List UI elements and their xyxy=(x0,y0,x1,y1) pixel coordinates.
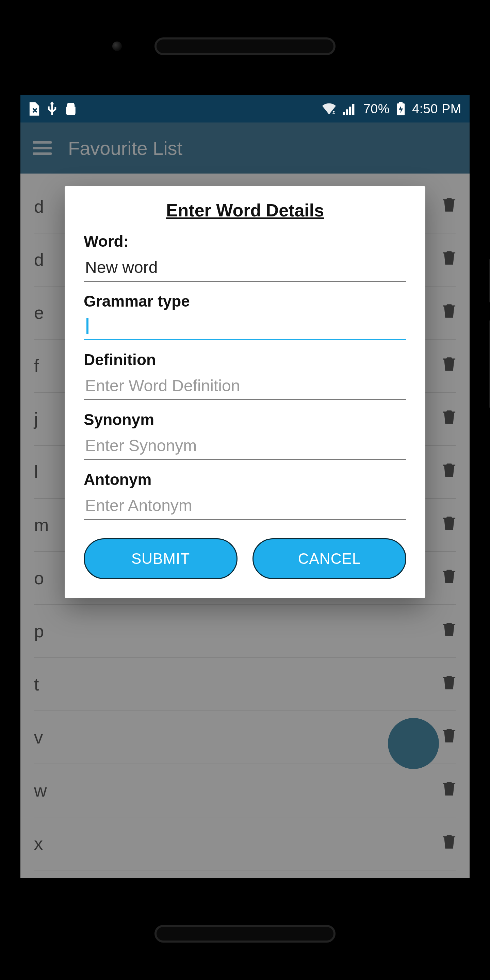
phone-camera xyxy=(112,41,122,51)
battery-charging-icon xyxy=(396,102,405,116)
antonym-input[interactable] xyxy=(84,493,406,520)
debug-icon xyxy=(64,103,78,115)
synonym-input[interactable] xyxy=(84,433,406,460)
enter-word-dialog: Enter Word Details Word: Grammar type De… xyxy=(65,186,425,598)
submit-button[interactable]: SUBMIT xyxy=(84,538,237,579)
signal-icon xyxy=(343,103,356,115)
status-bar: 70% 4:50 PM xyxy=(21,95,469,123)
clock-text: 4:50 PM xyxy=(412,102,461,116)
dialog-actions: SUBMIT CANCEL xyxy=(84,538,406,579)
svg-rect-2 xyxy=(349,107,352,115)
phone-frame: 70% 4:50 PM Favourite List ddefjlmoptvwx… xyxy=(0,0,490,980)
battery-percentage: 70% xyxy=(363,102,390,116)
svg-rect-1 xyxy=(346,109,348,115)
wifi-sync-icon xyxy=(322,103,336,115)
antonym-field-group: Antonym xyxy=(84,470,406,520)
screen: 70% 4:50 PM Favourite List ddefjlmoptvwx… xyxy=(21,95,469,878)
svg-rect-5 xyxy=(399,102,402,104)
file-x-icon xyxy=(29,102,40,116)
grammar-type-input[interactable] xyxy=(84,314,406,340)
synonym-label: Synonym xyxy=(84,410,406,429)
word-label: Word: xyxy=(84,232,406,250)
status-right-group: 70% 4:50 PM xyxy=(322,102,461,116)
word-field-group: Word: xyxy=(84,232,406,282)
svg-rect-3 xyxy=(352,104,355,115)
dialog-title: Enter Word Details xyxy=(84,200,406,221)
grammar-type-label: Grammar type xyxy=(84,292,406,310)
definition-label: Definition xyxy=(84,350,406,369)
antonym-label: Antonym xyxy=(84,470,406,488)
cancel-button[interactable]: CANCEL xyxy=(253,538,406,579)
grammar-field-group: Grammar type xyxy=(84,292,406,340)
usb-icon xyxy=(47,102,57,116)
synonym-field-group: Synonym xyxy=(84,410,406,460)
word-input[interactable] xyxy=(84,255,406,282)
text-cursor-icon xyxy=(86,318,89,334)
definition-field-group: Definition xyxy=(84,350,406,400)
svg-rect-0 xyxy=(343,112,345,115)
status-left-group xyxy=(29,102,78,116)
definition-input[interactable] xyxy=(84,373,406,400)
